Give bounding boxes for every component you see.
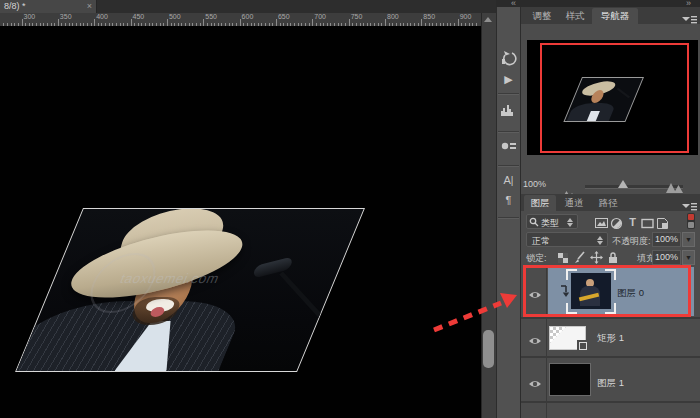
filter-type-layers-icon[interactable]: T — [626, 216, 639, 229]
photoshop-window: 8/8) * × 3003504004505005506006507007508… — [0, 0, 700, 418]
ruler-major-tick — [312, 19, 313, 26]
ruler-major-tick — [167, 19, 168, 26]
strip-divider — [498, 131, 519, 133]
annotation-highlight-rectangle — [523, 265, 691, 317]
ruler-major-tick — [349, 19, 350, 26]
skewed-photo-layer[interactable]: taoxuemei.com — [15, 208, 365, 372]
filter-shape-layers-icon[interactable] — [641, 216, 654, 229]
ruler-unit-label: 650 — [278, 13, 290, 20]
lock-all-padlock-icon[interactable] — [607, 250, 620, 263]
ruler-unit-label: 700 — [314, 13, 326, 20]
transparency-checker — [550, 327, 566, 343]
filter-adjustment-layers-icon[interactable] — [610, 216, 623, 229]
opacity-dropdown-icon[interactable]: ▼ — [682, 232, 695, 247]
ruler-major-tick — [131, 19, 132, 26]
opacity-label: 不透明度: — [612, 235, 651, 248]
ruler-major-tick — [421, 19, 422, 26]
layer-visibility-eye-icon[interactable] — [528, 332, 542, 350]
document-tab-bar: 8/8) * × — [0, 0, 496, 14]
blend-mode-dropdown[interactable]: 正常 — [526, 232, 608, 247]
row-divider — [521, 317, 700, 319]
tab-paths[interactable]: 路径 — [592, 195, 624, 211]
histogram-panel-icon[interactable] — [499, 102, 518, 121]
scrollbar-thumb[interactable] — [483, 330, 494, 368]
filter-on-indicator — [688, 214, 694, 220]
filter-pixel-layers-icon[interactable] — [595, 216, 608, 229]
character-panel-icon[interactable]: A| — [499, 171, 518, 190]
tab-styles[interactable]: 样式 — [560, 8, 590, 24]
strip-divider — [498, 217, 519, 219]
ruler-unit-label: 750 — [351, 13, 363, 20]
ruler-major-tick — [203, 19, 204, 26]
zoom-slider-thumb[interactable] — [618, 180, 628, 188]
fill-dropdown-icon[interactable]: ▼ — [682, 250, 695, 265]
close-tab-icon[interactable]: × — [87, 0, 92, 13]
ruler-major-tick — [276, 19, 277, 26]
ruler-major-tick — [240, 19, 241, 26]
blend-mode-value: 正常 — [532, 235, 550, 248]
filter-kind-label: 类型 — [541, 217, 559, 230]
layer-1-thumbnail[interactable] — [549, 363, 591, 396]
tab-adjustments[interactable]: 调整 — [527, 8, 557, 24]
paragraph-panel-icon[interactable]: ¶ — [499, 191, 518, 210]
row-divider — [521, 401, 700, 403]
panel-menu-icon[interactable] — [682, 11, 698, 21]
scrollbar-up-arrow-icon[interactable] — [484, 17, 492, 22]
ruler-unit-label: 550 — [205, 13, 217, 20]
tab-channels[interactable]: 通道 — [558, 195, 590, 211]
layer-1-name[interactable]: 图层 1 — [597, 377, 624, 390]
actions-panel-icon[interactable]: ▶ — [499, 70, 518, 89]
filter-off-indicator — [688, 222, 694, 228]
search-icon — [529, 217, 539, 227]
strip-divider — [498, 165, 519, 167]
opacity-value[interactable]: 100% — [652, 232, 681, 247]
rectangle-1-name[interactable]: 矩形 1 — [597, 332, 624, 345]
ruler-unit-label: 850 — [423, 13, 435, 20]
layer-comps-panel-icon[interactable] — [499, 138, 518, 157]
lock-pixels-brush-icon[interactable] — [573, 250, 586, 263]
ruler-unit-label: 900 — [460, 13, 472, 20]
vector-mask-badge-icon — [577, 340, 588, 351]
layers-panel-menu-icon[interactable] — [682, 198, 698, 208]
mini-microphone — [617, 88, 631, 99]
ruler-unit-label: 350 — [60, 13, 72, 20]
ruler-unit-label: 500 — [169, 13, 181, 20]
ruler-unit-label: 450 — [133, 13, 145, 20]
ruler-major-tick — [58, 19, 59, 26]
canvas-area[interactable]: taoxuemei.com — [0, 26, 481, 418]
navigator-preview[interactable] — [527, 40, 698, 155]
layer-visibility-eye-icon[interactable] — [528, 375, 542, 393]
ruler-major-tick — [385, 19, 386, 26]
row-divider — [521, 356, 700, 358]
ruler-unit-label: 800 — [387, 13, 399, 20]
ruler-unit-label: 400 — [96, 13, 108, 20]
lock-position-move-icon[interactable] — [590, 250, 603, 263]
tab-navigator[interactable]: 导航器 — [592, 8, 638, 24]
document-tab-title: 8/8) * — [4, 1, 26, 11]
ruler-major-tick — [22, 19, 23, 26]
filter-toggle-switch[interactable] — [687, 213, 695, 229]
tab-layers[interactable]: 图层 — [524, 195, 556, 211]
lock-label: 锁定: — [526, 252, 547, 265]
zoom-level-value[interactable]: 100% — [523, 179, 546, 189]
ruler-major-tick — [458, 19, 459, 26]
updown-arrows-icon — [597, 236, 604, 245]
ruler-unit-label: 300 — [24, 13, 36, 20]
horizontal-ruler: 300350400450500550600650700750800850900 — [0, 13, 481, 27]
ruler-major-tick — [94, 19, 95, 26]
fill-value[interactable]: 100% — [652, 250, 681, 265]
filter-smart-objects-icon[interactable] — [656, 216, 669, 229]
strip-divider — [498, 93, 519, 95]
ruler-unit-label: 600 — [242, 13, 254, 20]
lock-transparency-icon[interactable] — [557, 250, 570, 263]
watermark-text: taoxuemei.com — [118, 271, 294, 286]
document-tab[interactable]: 8/8) * × — [0, 0, 97, 13]
layer-filter-kind-dropdown[interactable]: 类型 — [526, 214, 578, 229]
dock-header: « » — [496, 0, 700, 7]
updown-arrows-icon — [567, 218, 574, 227]
history-panel-icon[interactable] — [499, 50, 518, 69]
